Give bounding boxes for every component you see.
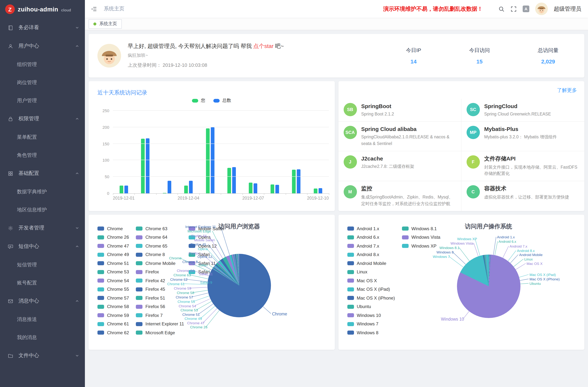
collapse-menu-icon[interactable] bbox=[91, 6, 97, 12]
legend-item[interactable]: Chrome 65 bbox=[136, 242, 184, 250]
sidebar-item[interactable]: 基础配置 bbox=[0, 164, 85, 183]
axis-tick bbox=[156, 193, 156, 195]
sidebar-subitem[interactable]: 数据字典维护 bbox=[0, 183, 85, 201]
axis-tick bbox=[199, 193, 200, 195]
sidebar-item[interactable]: 务必详看 bbox=[0, 19, 85, 37]
sidebar-item[interactable]: 用户中心 bbox=[0, 37, 85, 55]
legend-item[interactable]: Chrome 64 bbox=[136, 233, 184, 242]
legend-item[interactable]: Windows 7 bbox=[347, 320, 395, 328]
tech-title: 容器技术 bbox=[484, 185, 569, 192]
tech-title: SpringBoot bbox=[361, 103, 394, 109]
sidebar-subitem[interactable]: 菜单配置 bbox=[0, 128, 85, 146]
sidebar-item[interactable]: 文件中心 bbox=[0, 346, 85, 365]
pie-callout: Windows XP bbox=[457, 237, 477, 241]
sidebar-subitem[interactable]: 我的消息 bbox=[0, 328, 85, 346]
star-link[interactable]: 点个star bbox=[253, 43, 273, 49]
os-pie-card: 访问用户操作系统Android 1.xAndroid 6.xAndroid 7.… bbox=[338, 215, 584, 350]
legend-item[interactable]: Chrome Mobile bbox=[136, 259, 184, 268]
sidebar-item[interactable]: 开发者管理 bbox=[0, 219, 85, 237]
sidebar-item[interactable]: 短信中心 bbox=[0, 237, 85, 256]
legend-item[interactable]: Chrome 51 bbox=[97, 259, 129, 268]
sidebar-subitem[interactable]: 账号配置 bbox=[0, 274, 85, 292]
legend-item[interactable]: Mac OS X (iPhone) bbox=[347, 294, 395, 302]
learn-more-link[interactable]: 了解更多 bbox=[557, 87, 577, 94]
sidebar-subitem[interactable]: 消息推送 bbox=[0, 310, 85, 328]
legend-item[interactable]: Android 1.x bbox=[347, 224, 395, 233]
legend-item[interactable]: Android 8.x bbox=[347, 250, 395, 259]
legend-item[interactable]: Windows Vista bbox=[402, 233, 440, 242]
legend-item[interactable]: 总数 bbox=[213, 97, 231, 104]
bar bbox=[163, 193, 166, 193]
legend-item[interactable]: Chrome 54 bbox=[97, 276, 129, 285]
sidebar-subitem[interactable]: 角色管理 bbox=[0, 146, 85, 164]
legend-item[interactable]: Chrome 47 bbox=[97, 242, 129, 250]
search-icon[interactable] bbox=[498, 6, 504, 12]
legend-item[interactable]: Firefox 56 bbox=[136, 302, 184, 311]
legend-item[interactable]: Android 7.x bbox=[347, 242, 395, 250]
legend-label: 您 bbox=[201, 97, 205, 104]
tech-badge: M bbox=[343, 185, 357, 199]
pie-callout: Linux bbox=[524, 257, 533, 261]
legend-item[interactable]: Mac OS X (iPad) bbox=[347, 285, 395, 294]
sidebar-subitem[interactable]: 地区信息维护 bbox=[0, 201, 85, 219]
tech-item: SCASpring Cloud alibabaSpringCloudAlibab… bbox=[338, 122, 462, 151]
legend-item[interactable]: Chrome 49 bbox=[97, 250, 129, 259]
legend-label: Mac OS X (iPad) bbox=[357, 287, 390, 292]
legend-item[interactable]: Chrome 26 bbox=[97, 233, 129, 242]
user-avatar[interactable] bbox=[535, 2, 548, 15]
font-size-icon[interactable]: A bbox=[523, 5, 529, 12]
legend-item[interactable]: Android 6.x bbox=[347, 233, 395, 242]
legend-swatch bbox=[136, 279, 143, 283]
legend-item[interactable]: Microsoft Edge bbox=[136, 328, 184, 337]
fullscreen-icon[interactable] bbox=[510, 6, 517, 12]
legend-item[interactable]: Windows 8.1 bbox=[402, 224, 440, 233]
sidebar-subitem[interactable]: 用户管理 bbox=[0, 91, 85, 110]
legend-item[interactable]: Chrome 61 bbox=[97, 320, 129, 328]
tech-item: M监控集成SpringBootAdmin、Zipkin、Redis、Mysql、… bbox=[338, 181, 462, 211]
chart-title: 近十天系统访问记录 bbox=[97, 89, 147, 96]
tech-desc: SpringCloudAlibaba2.1.0.RELEASE & nacos … bbox=[361, 134, 454, 147]
legend-swatch bbox=[402, 227, 408, 231]
chart-legend: 您总数 bbox=[89, 97, 335, 104]
legend-item[interactable]: Android Mobile bbox=[347, 259, 395, 268]
legend-item[interactable]: Windows XP bbox=[402, 242, 440, 250]
legend-item[interactable]: Windows 10 bbox=[347, 311, 395, 320]
sidebar-subitem[interactable]: 组织管理 bbox=[0, 55, 85, 73]
legend-label: Linux bbox=[357, 269, 367, 275]
legend-item[interactable]: Mac OS X bbox=[347, 276, 395, 285]
legend-item[interactable]: Chrome 57 bbox=[97, 294, 129, 302]
legend-item[interactable]: Chrome 63 bbox=[136, 224, 184, 233]
folder-icon bbox=[7, 353, 13, 359]
sidebar-item[interactable]: 消息中心 bbox=[0, 292, 85, 310]
tab-bar: 系统主页 bbox=[85, 18, 588, 30]
username[interactable]: 超级管理员 bbox=[554, 5, 581, 12]
legend-item[interactable]: Firefox 7 bbox=[136, 311, 184, 320]
legend-item[interactable]: Chrome 59 bbox=[97, 311, 129, 320]
tech-desc: 虚拟化容器技术，让迁移、部署更加方便快捷 bbox=[484, 194, 569, 201]
legend-item[interactable]: Chrome 58 bbox=[97, 302, 129, 311]
legend-swatch bbox=[97, 270, 104, 274]
legend-item[interactable]: Chrome bbox=[97, 224, 129, 233]
pie-callout: Android Mobile bbox=[519, 253, 543, 257]
legend-label: Windows 8 bbox=[357, 330, 378, 335]
legend-item[interactable]: Linux bbox=[347, 268, 395, 276]
legend-item[interactable]: Ubuntu bbox=[347, 302, 395, 311]
legend-swatch bbox=[347, 270, 354, 274]
legend-label: Internet Explorer 11 bbox=[146, 322, 184, 327]
bar bbox=[168, 181, 171, 193]
sidebar-subitem[interactable]: 岗位管理 bbox=[0, 73, 85, 91]
axis-tick bbox=[221, 193, 221, 195]
legend-swatch bbox=[213, 99, 220, 102]
pie-callout: Internet Explorer 11 bbox=[185, 225, 216, 229]
legend-item[interactable]: Chrome 55 bbox=[97, 285, 129, 294]
legend-item[interactable]: Windows 8 bbox=[347, 328, 395, 337]
tab-system-home[interactable]: 系统主页 bbox=[89, 19, 122, 29]
legend-item[interactable]: Chrome 62 bbox=[97, 328, 129, 337]
tech-text: 容器技术虚拟化容器技术，让迁移、部署更加方便快捷 bbox=[484, 185, 569, 207]
breadcrumb[interactable]: 系统主页 bbox=[104, 5, 124, 12]
sidebar-item[interactable]: 权限管理 bbox=[0, 110, 85, 128]
legend-item[interactable]: 您 bbox=[192, 97, 205, 104]
sidebar-subitem[interactable]: 短信管理 bbox=[0, 256, 85, 274]
legend-item[interactable]: Chrome 53 bbox=[97, 268, 129, 276]
legend-item[interactable]: Internet Explorer 11 bbox=[136, 320, 184, 328]
